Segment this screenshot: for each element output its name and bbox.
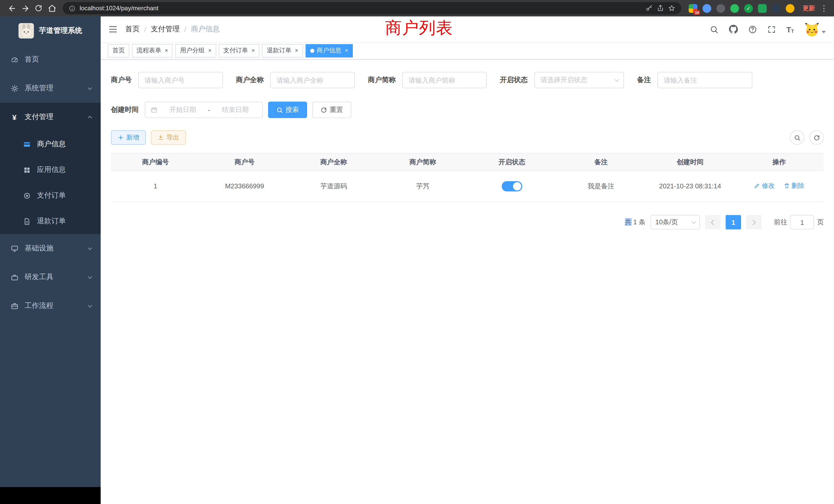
close-icon[interactable]: ×: [251, 48, 255, 53]
column-header: 开启状态: [467, 153, 556, 171]
merchant-no-input[interactable]: [138, 72, 223, 88]
date-separator: -: [208, 106, 210, 114]
github-icon[interactable]: [729, 25, 738, 34]
page-1-button[interactable]: 1: [726, 215, 741, 229]
date-end-placeholder: 结束日期: [213, 105, 257, 114]
filter-row-2: 创建时间 开始日期 - 结束日期 搜索 重置: [111, 101, 824, 118]
date-range-picker[interactable]: 开始日期 - 结束日期: [145, 101, 263, 118]
forward-icon[interactable]: [19, 2, 32, 15]
tab-home[interactable]: 首页: [108, 44, 129, 57]
extension-icon[interactable]: ✓: [744, 4, 753, 13]
chrome-menu-icon[interactable]: ⋮: [820, 4, 828, 13]
column-header: 商户全称: [289, 153, 378, 171]
reset-button[interactable]: 重置: [312, 101, 351, 118]
tab-user-group[interactable]: 用户分组×: [175, 44, 216, 57]
back-icon[interactable]: [5, 2, 19, 15]
chevron-down-icon: [88, 86, 92, 90]
tab-refund-order[interactable]: 退款订单×: [262, 44, 303, 57]
toolbox-icon: [10, 273, 19, 281]
sidebar-item-payment[interactable]: ¥ 支付管理: [0, 102, 101, 131]
sidebar-item-app-info[interactable]: 应用信息: [0, 157, 101, 183]
search-button[interactable]: 搜索: [268, 101, 307, 118]
sidebar-item-system[interactable]: 系统管理: [0, 74, 101, 102]
sidebar-item-refund-order[interactable]: 退款订单: [0, 208, 101, 234]
filter-status: 开启状态 请选择开启状态: [500, 72, 624, 88]
extensions-icon[interactable]: 10: [689, 4, 697, 13]
font-size-icon[interactable]: TT: [787, 25, 794, 33]
extension-icon[interactable]: [772, 4, 781, 13]
sidebar-item-workflow[interactable]: 工作流程: [0, 292, 101, 320]
tab-pay-order[interactable]: 支付订单×: [219, 44, 260, 57]
sidebar-item-pay-order[interactable]: 支付订单: [0, 183, 101, 208]
export-button[interactable]: 导出: [151, 130, 186, 145]
breadcrumb-payment[interactable]: 支付管理: [151, 25, 180, 34]
user-avatar[interactable]: [804, 22, 826, 37]
url-bar[interactable]: localhost:1024/pay/merchant: [63, 2, 681, 14]
bookmark-star-icon[interactable]: [668, 5, 675, 12]
extension-icon[interactable]: [703, 4, 711, 13]
navbar-right: TT: [710, 22, 834, 37]
sidebar-item-infra[interactable]: 基础设施: [0, 234, 101, 263]
breadcrumb-separator: /: [184, 25, 186, 33]
chevron-down-icon: [614, 77, 619, 82]
app-window: localhost:1024/pay/merchant 10 ✓ 更新 ⋮ 芋道…: [0, 0, 834, 504]
sidebar-item-label: 基础设施: [25, 244, 53, 253]
status-toggle[interactable]: [502, 181, 522, 191]
home-icon[interactable]: [45, 2, 59, 15]
close-icon[interactable]: ×: [165, 48, 168, 53]
sidebar-item-dev-tools[interactable]: 研发工具: [0, 263, 101, 292]
sidebar-item-label: 研发工具: [25, 273, 53, 282]
chrome-update-button[interactable]: 更新: [803, 4, 815, 13]
help-icon[interactable]: [748, 25, 757, 33]
key-icon[interactable]: [645, 5, 653, 12]
caret-down-icon: [822, 30, 826, 33]
extension-icon[interactable]: [758, 4, 767, 13]
refresh-button[interactable]: [809, 130, 824, 145]
cell-merchant-no: M233666999: [200, 171, 289, 202]
site-info-icon[interactable]: [69, 5, 75, 12]
close-icon[interactable]: ×: [295, 48, 299, 53]
extension-badge: 10: [694, 10, 700, 15]
page-size-select[interactable]: 10条/页: [651, 215, 700, 229]
tab-process-form[interactable]: 流程表单×: [132, 44, 173, 57]
sidebar-item-merchant-info[interactable]: 商户信息: [0, 131, 101, 157]
sidebar-logo[interactable]: 芋道管理系统: [0, 17, 101, 45]
extension-icon[interactable]: [717, 4, 725, 13]
extension-icon[interactable]: [730, 4, 739, 13]
bottom-strip: [0, 487, 101, 504]
pagination-total: 共 1 条: [625, 217, 645, 227]
goto-page-input[interactable]: [790, 215, 814, 229]
fullscreen-icon[interactable]: [768, 25, 776, 33]
pagination: 共 1 条 10条/页 1 前往 页: [111, 215, 824, 229]
circle-dot-icon: [23, 191, 31, 200]
short-name-input[interactable]: [402, 72, 487, 88]
full-name-input[interactable]: [270, 72, 355, 88]
share-icon[interactable]: [657, 5, 664, 12]
toggle-search-button[interactable]: [790, 130, 804, 145]
tab-merchant-info[interactable]: 商户信息×: [306, 44, 353, 57]
remark-input[interactable]: [657, 72, 752, 88]
sidebar-item-home[interactable]: 首页: [0, 45, 101, 74]
chevron-down-icon: [88, 303, 92, 307]
chevron-down-icon: [692, 220, 696, 224]
filter-row-1: 商户号 商户全称 商户简称 开启状态 请选择开启状态 备注: [111, 72, 824, 88]
reload-icon[interactable]: [32, 2, 45, 15]
add-button[interactable]: 新增: [111, 130, 146, 145]
status-select[interactable]: 请选择开启状态: [534, 72, 624, 88]
table-header-row: 商户编号 商户号 商户全称 商户简称 开启状态 备注 创建时间 操作: [111, 153, 824, 171]
goto-label: 前往: [774, 217, 787, 227]
chevron-right-icon: [750, 220, 756, 225]
breadcrumb-home[interactable]: 首页: [125, 25, 140, 34]
merchant-table: 商户编号 商户号 商户全称 商户简称 开启状态 备注 创建时间 操作 1 M23…: [111, 153, 824, 202]
extension-icon[interactable]: [786, 4, 794, 13]
edit-link[interactable]: 修改: [754, 182, 775, 190]
close-icon[interactable]: ×: [345, 48, 348, 53]
cell-create-time: 2021-10-23 08:31:14: [645, 171, 734, 202]
hamburger-icon[interactable]: [101, 25, 125, 34]
search-icon[interactable]: [710, 25, 719, 33]
chevron-up-icon: [88, 116, 92, 120]
close-icon[interactable]: ×: [208, 48, 212, 53]
prev-page-button[interactable]: [705, 215, 721, 229]
next-page-button[interactable]: [746, 215, 762, 229]
delete-link[interactable]: 删除: [784, 182, 804, 190]
